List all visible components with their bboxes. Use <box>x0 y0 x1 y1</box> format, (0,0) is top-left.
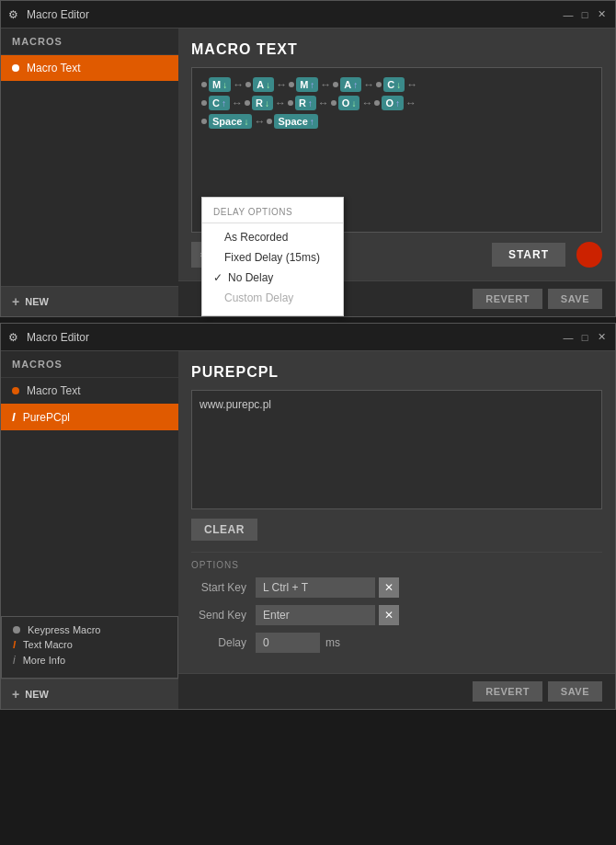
main-panel-2: PUREPCPL www.purepc.pl CLEAR OPTIONS Sta… <box>178 351 615 709</box>
window-body-1: MACROS Macro Text + NEW MACRO TEXT <box>1 29 615 316</box>
arrow-3: ↔ <box>320 78 331 91</box>
save-button-1[interactable]: SAVE <box>548 289 602 309</box>
key-row-2: C ↑ ↔ R ↓ ↔ R ↑ <box>201 96 592 110</box>
arrow-7: ↔ <box>275 97 286 109</box>
close-btn-2[interactable]: ✕ <box>595 331 608 344</box>
sidebar-item-label-macro-text-2: Macro Text <box>27 384 80 397</box>
window-1: ⚙ Macro Editor — □ ✕ MACROS Macro Text <box>0 0 616 317</box>
start-key-clear-btn[interactable]: ✕ <box>379 577 399 598</box>
revert-button-1[interactable]: REVERT <box>473 289 542 309</box>
new-macro-btn-2[interactable]: + NEW <box>1 679 178 709</box>
plus-icon-2: + <box>12 687 19 702</box>
legend-info-label: More Info <box>23 655 65 666</box>
connector-icon <box>201 119 207 124</box>
legend-keypress-label: Keypress Macro <box>28 624 100 635</box>
window-title-2: Macro Editor <box>27 331 562 344</box>
key-chip-A-down[interactable]: A ↓ <box>253 77 274 92</box>
window-body-2: MACROS Macro Text I PurePCpl Keypress Ma… <box>1 351 615 709</box>
macro-title-1: MACRO TEXT <box>191 41 602 58</box>
title-bar-1: ⚙ Macro Editor — □ ✕ <box>1 1 615 29</box>
macro-text-dot-icon-2 <box>12 387 19 394</box>
arrow-5: ↔ <box>406 78 417 91</box>
key-chip-Space-up[interactable]: Space ↑ <box>274 114 317 129</box>
new-btn-label-2: NEW <box>25 689 49 700</box>
key-chip-R-up[interactable]: R ↑ <box>295 96 316 110</box>
sidebar-header-1: MACROS <box>1 29 178 55</box>
key-chip-R-down[interactable]: R ↓ <box>252 96 273 110</box>
delay-option-custom: Custom Delay <box>202 288 343 308</box>
legend-popup: Keypress Macro I Text Macro i More Info <box>1 616 178 679</box>
sidebar-item-macro-text-2[interactable]: Macro Text <box>1 378 178 404</box>
title-bar-2: ⚙ Macro Editor — □ ✕ <box>1 324 615 351</box>
maximize-btn-2[interactable]: □ <box>578 331 591 344</box>
legend-text-label: Text Macro <box>23 639 73 650</box>
start-button[interactable]: START <box>492 243 565 267</box>
purepcpl-text-icon: I <box>12 410 16 424</box>
delay-option-fixed[interactable]: Fixed Delay (15ms) <box>202 247 343 268</box>
new-macro-btn-1[interactable]: + NEW <box>1 286 178 316</box>
connector-icon <box>201 82 207 87</box>
text-area-box[interactable]: www.purepc.pl <box>191 390 602 509</box>
save-button-2[interactable]: SAVE <box>548 681 602 702</box>
legend-dot-icon <box>13 626 20 634</box>
arrow-10: ↔ <box>405 97 416 109</box>
key-chip-Space-down[interactable]: Space ↓ <box>209 114 252 129</box>
arrow-9: ↔ <box>361 97 372 109</box>
key-canvas-1: M ↓ ↔ A ↓ ↔ M ↑ <box>191 67 602 233</box>
delay-label: Delay <box>191 636 256 649</box>
sidebar-item-purepcpl[interactable]: I PurePCpl <box>1 404 178 430</box>
macro-text-dot-icon <box>12 64 19 72</box>
arrow-4: ↔ <box>363 78 374 91</box>
send-key-label: Send Key <box>191 609 256 622</box>
delay-option-as-recorded[interactable]: As Recorded <box>202 227 343 247</box>
sidebar-1: MACROS Macro Text + NEW <box>1 29 178 316</box>
key-chip-M-down[interactable]: M ↓ <box>209 77 231 92</box>
legend-keypress: Keypress Macro <box>13 624 166 635</box>
start-key-row: Start Key ✕ <box>191 577 602 598</box>
send-key-clear-btn[interactable]: ✕ <box>379 605 399 625</box>
minimize-btn-1[interactable]: — <box>562 8 575 21</box>
minimize-btn-2[interactable]: — <box>562 331 575 344</box>
delay-unit: ms <box>325 636 340 649</box>
revert-button-2[interactable]: REVERT <box>473 681 542 702</box>
legend-text: I Text Macro <box>13 639 166 650</box>
key-chip-M-up[interactable]: M ↑ <box>296 77 318 92</box>
start-key-input[interactable] <box>256 577 375 598</box>
key-chip-C-up[interactable]: C ↑ <box>209 96 230 110</box>
connector-icon <box>245 100 250 106</box>
connector-icon <box>376 82 382 87</box>
sidebar-item-macro-text[interactable]: Macro Text <box>1 55 178 81</box>
window-controls-1: — □ ✕ <box>562 8 608 21</box>
key-chip-O-up[interactable]: O ↑ <box>382 96 404 110</box>
window-2: ⚙ Macro Editor — □ ✕ MACROS Macro Text I <box>0 323 616 710</box>
connector-icon <box>267 119 272 124</box>
key-chip-C-down[interactable]: C ↓ <box>383 77 405 92</box>
text-content: www.purepc.pl <box>200 398 271 411</box>
delay-input[interactable] <box>256 633 320 653</box>
legend-info-icon: i <box>13 654 16 667</box>
main-panel-1: MACRO TEXT M ↓ ↔ A ↓ <box>178 29 615 316</box>
delay-option-no-delay[interactable]: No Delay <box>202 268 343 288</box>
maximize-btn-1[interactable]: □ <box>578 8 591 21</box>
key-chip-A-up[interactable]: A ↑ <box>340 77 361 92</box>
connector-icon <box>288 100 293 106</box>
options-section: OPTIONS Start Key ✕ Send Key ✕ Delay <box>191 552 602 653</box>
sidebar-header-2: MACROS <box>1 351 178 378</box>
connector-icon <box>245 82 251 87</box>
clear-button-2[interactable]: CLEAR <box>191 519 257 541</box>
legend-info[interactable]: i More Info <box>13 654 166 667</box>
connector-icon <box>333 82 338 87</box>
connector-icon <box>289 82 294 87</box>
sidebar-item-label-1: Macro Text <box>27 62 80 74</box>
plus-icon-1: + <box>12 294 19 309</box>
arrow-1: ↔ <box>233 78 244 91</box>
arrow-6: ↔ <box>232 97 243 109</box>
delay-dropdown-title: DELAY OPTIONS <box>202 205 343 223</box>
close-btn-1[interactable]: ✕ <box>595 8 608 21</box>
delay-row: Delay ms <box>191 633 602 653</box>
send-key-input[interactable] <box>256 605 375 625</box>
window-title-1: Macro Editor <box>27 8 562 21</box>
key-chip-O-down[interactable]: O ↓ <box>338 96 360 110</box>
record-button[interactable] <box>576 242 602 268</box>
window-controls-2: — □ ✕ <box>562 331 608 344</box>
